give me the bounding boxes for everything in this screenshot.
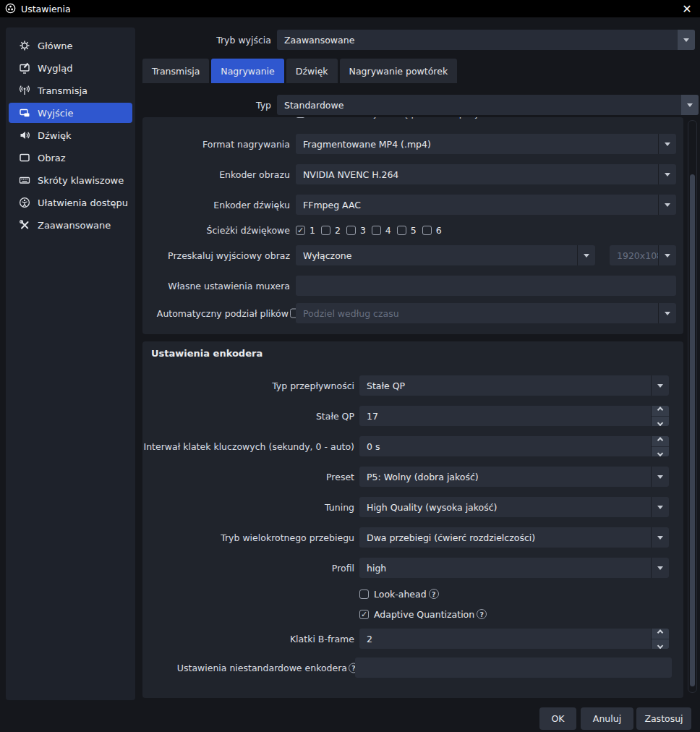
- cqp-row: Stałe QP 17: [142, 406, 683, 426]
- audio-track-2-checkbox[interactable]: [321, 226, 330, 235]
- sidebar-item-label: Skróty klawiszowe: [38, 175, 124, 186]
- sidebar-item-stream[interactable]: Transmisja: [9, 80, 132, 101]
- audio-track-5-checkbox[interactable]: [397, 226, 406, 235]
- keyframe-interval-value: 0 s: [359, 436, 651, 456]
- help-icon[interactable]: ?: [477, 609, 487, 619]
- multipass-label: Tryb wielokrotnego przebiegu: [221, 532, 354, 543]
- audio-track-2-label: 2: [335, 225, 341, 236]
- audio-track-3-label: 3: [360, 225, 366, 236]
- autosplit-dropdown[interactable]: Podziel według czasu: [296, 303, 676, 323]
- chevron-down-icon: [577, 245, 595, 265]
- tuning-dropdown[interactable]: High Quality (wysoka jakość): [359, 497, 669, 517]
- ok-button[interactable]: OK: [539, 707, 576, 730]
- profile-label: Profil: [332, 563, 354, 574]
- muxer-input[interactable]: [296, 276, 676, 296]
- scrollbar[interactable]: [688, 120, 697, 693]
- audio-track-4: 4: [372, 225, 391, 236]
- audio-track-2: 2: [321, 225, 341, 236]
- rate-control-label: Typ przepływności: [272, 380, 354, 391]
- chevron-down-icon: [651, 497, 669, 517]
- preset-row: Preset P5: Wolny (dobra jakość): [142, 467, 683, 487]
- sidebar-item-label: Obraz: [38, 153, 66, 163]
- monitor-icon: [18, 152, 30, 164]
- help-icon[interactable]: ?: [429, 589, 439, 599]
- custom-encoder-settings-input[interactable]: [355, 657, 672, 678]
- spin-up-icon[interactable]: [652, 629, 669, 639]
- profile-dropdown[interactable]: high: [359, 558, 669, 578]
- audio-encoder-dropdown[interactable]: FFmpeg AAC: [296, 195, 676, 215]
- spin-down-icon[interactable]: [652, 446, 669, 457]
- adaptive-quantization-checkbox[interactable]: ✓: [359, 610, 369, 619]
- rescale-dropdown[interactable]: Wyłączone: [296, 245, 595, 265]
- bframes-spinner[interactable]: 2: [359, 629, 669, 649]
- spin-up-icon[interactable]: [652, 436, 669, 446]
- rescale-value: Wyłączone: [296, 245, 577, 265]
- filename-without-space-checkbox[interactable]: [296, 117, 305, 118]
- bframes-row: Klatki B-frame 2: [142, 629, 683, 649]
- cqp-spinner[interactable]: 17: [359, 406, 669, 426]
- sidebar-item-audio[interactable]: Dźwięk: [9, 125, 132, 145]
- type-dropdown[interactable]: Standardowe: [277, 95, 699, 115]
- keyframe-interval-label: Interwał klatek kluczowych (sekundy, 0 -…: [143, 441, 354, 452]
- bframes-label: Klatki B-frame: [290, 634, 354, 644]
- spin-down-icon[interactable]: [652, 639, 669, 650]
- tab-replay-buffer[interactable]: Nagrywanie powtórek: [340, 59, 458, 83]
- tools-icon: [18, 219, 30, 231]
- rescale-resolution-value: 1920x1080: [610, 245, 658, 265]
- sidebar-item-advanced[interactable]: Zaawansowane: [9, 215, 132, 235]
- output-mode-row: Tryb wyjścia Zaawansowane: [142, 30, 700, 50]
- sidebar-item-video[interactable]: Obraz: [9, 148, 132, 168]
- recording-settings-group: Generuj nazwę pliku bez spacji Format na…: [142, 117, 683, 334]
- apply-button[interactable]: Zastosuj: [636, 707, 691, 730]
- chevron-down-icon: [651, 467, 669, 487]
- audio-track-4-checkbox[interactable]: [372, 226, 381, 235]
- audio-tracks-row: Ścieżki dźwiękowe ✓ 1 2 3 4: [142, 220, 683, 240]
- output-tabs: Transmisja Nagrywanie Dźwięk Nagrywanie …: [142, 59, 457, 83]
- scrollbar-thumb[interactable]: [690, 174, 695, 686]
- close-icon[interactable]: ✕: [678, 0, 696, 17]
- audio-track-1: ✓ 1: [296, 225, 315, 236]
- keyboard-icon: [18, 174, 30, 187]
- keyframe-interval-spinner[interactable]: 0 s: [359, 436, 669, 456]
- sidebar-item-general[interactable]: Główne: [9, 35, 132, 56]
- audio-track-1-checkbox[interactable]: ✓: [296, 226, 305, 235]
- rescale-resolution-dropdown[interactable]: 1920x1080: [610, 245, 676, 265]
- sidebar-item-hotkeys[interactable]: Skróty klawiszowe: [9, 170, 132, 190]
- tab-audio[interactable]: Dźwięk: [286, 59, 338, 83]
- tab-recording[interactable]: Nagrywanie: [211, 59, 283, 83]
- recording-format-dropdown[interactable]: Fragmentowane MP4 (.mp4): [296, 134, 676, 154]
- appearance-icon: [18, 62, 30, 75]
- spin-down-icon[interactable]: [652, 416, 669, 427]
- chevron-down-icon: [651, 527, 669, 548]
- tab-streaming[interactable]: Transmisja: [142, 59, 209, 83]
- speaker-icon: [18, 129, 30, 142]
- preset-dropdown[interactable]: P5: Wolny (dobra jakość): [359, 467, 669, 487]
- output-mode-dropdown[interactable]: Zaawansowane: [277, 30, 695, 50]
- muxer-label: Własne ustawienia muxera: [168, 281, 290, 291]
- audio-track-6-label: 6: [436, 225, 442, 236]
- cancel-button[interactable]: Anuluj: [581, 707, 633, 730]
- rate-control-value: Stałe QP: [359, 375, 651, 396]
- sidebar-item-label: Wyjście: [38, 108, 73, 119]
- titlebar: Ustawienia ✕: [0, 0, 700, 17]
- spin-up-icon[interactable]: [652, 406, 669, 416]
- settings-scroll-area: Generuj nazwę pliku bez spacji Format na…: [142, 117, 683, 698]
- audio-track-3-checkbox[interactable]: [346, 226, 356, 235]
- sidebar-item-accessibility[interactable]: Ułatwienia dostępu: [9, 192, 132, 213]
- audio-track-6-checkbox[interactable]: [422, 226, 432, 235]
- sidebar-item-output[interactable]: Wyjście: [9, 103, 132, 123]
- audio-encoder-value: FFmpeg AAC: [296, 195, 658, 215]
- custom-encoder-settings-label: Ustawienia niestandardowe enkodera: [177, 663, 347, 673]
- audio-tracks-label: Ścieżki dźwiękowe: [207, 225, 290, 236]
- sidebar-item-label: Wygląd: [38, 63, 72, 74]
- video-encoder-dropdown[interactable]: NVIDIA NVENC H.264: [296, 164, 676, 184]
- tuning-value: High Quality (wysoka jakość): [359, 497, 651, 517]
- tuning-label: Tuning: [325, 502, 354, 513]
- chevron-down-icon: [651, 558, 669, 578]
- lookahead-checkbox[interactable]: [359, 590, 369, 599]
- rate-control-dropdown[interactable]: Stałe QP: [359, 375, 669, 396]
- sidebar-item-appearance[interactable]: Wygląd: [9, 58, 132, 78]
- multipass-dropdown[interactable]: Dwa przebiegi (ćwierć rozdzielczości): [359, 527, 669, 548]
- type-label: Typ: [256, 100, 271, 111]
- output-mode-value: Zaawansowane: [277, 30, 677, 50]
